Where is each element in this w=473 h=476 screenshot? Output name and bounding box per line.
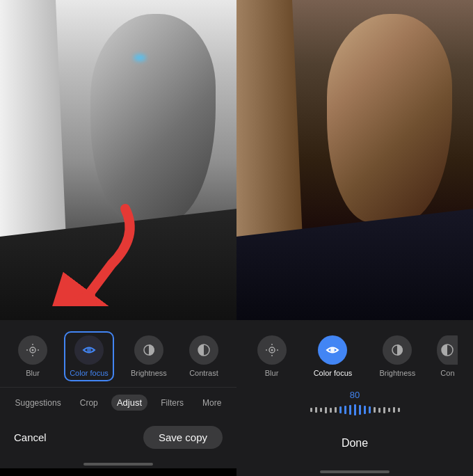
slider-dot-7 [339,406,342,413]
slider-dot-3 [320,408,322,412]
slider-dot-17 [388,408,390,412]
slider-dot-8 [344,406,346,414]
right-image-area [236,0,473,320]
right-color-focus-tool[interactable]: Color focus [308,331,358,381]
left-nav: Suggestions Crop Adjust Filters More [0,387,236,418]
right-panel: Blur Color focus Brightness Con 80 [236,0,473,476]
done-button[interactable]: Done [342,437,368,450]
right-brightness-icon [383,335,412,365]
left-bottom-bar: Cancel Save copy [0,418,236,457]
left-toolbar: Blur Color focus Brightness Contrast [0,320,236,387]
slider-dot-16 [383,407,385,413]
cancel-button[interactable]: Cancel [14,431,47,443]
right-blur-icon [257,335,287,365]
slider-dot-6 [335,407,337,413]
right-brightness-tool[interactable]: Brightness [374,331,421,381]
slider-dot-15 [378,408,380,413]
svg-marker-1 [73,287,97,306]
slider-value: 80 [350,390,360,400]
slider-dot-13 [369,406,371,413]
right-bottom-bar: Done [236,421,473,465]
color-focus-icon [74,335,104,365]
brightness-icon [134,335,163,365]
home-bar-right [320,470,390,473]
blue-eye-highlight [134,54,146,61]
nav-more[interactable]: More [197,395,227,411]
slider-dot-10 [354,404,356,415]
right-contrast-icon [437,335,458,365]
left-panel: Blur Color focus Brightness Contrast Sug… [0,0,236,476]
save-copy-button[interactable]: Save copy [143,426,223,449]
svg-point-3 [32,349,34,351]
slider-dot-14 [374,407,376,413]
slider-dot-9 [349,405,351,415]
blur-tool[interactable]: Blur [13,331,53,381]
slider-dot-2 [315,407,317,413]
nav-crop[interactable]: Crop [74,395,104,411]
slider-dot-19 [398,408,400,412]
svg-point-8 [87,348,91,352]
brightness-label: Brightness [131,369,167,377]
nav-filters[interactable]: Filters [155,395,189,411]
slider-dot-1 [310,408,312,412]
right-blur-tool[interactable]: Blur [252,331,292,381]
home-bar-left [83,463,153,466]
svg-point-17 [330,348,335,352]
slider-dots[interactable] [310,404,400,415]
color-focus-label: Color focus [70,369,109,377]
slider-dot-11 [359,405,361,415]
red-arrow [28,195,153,306]
right-toolbar: Blur Color focus Brightness Con [236,320,473,387]
contrast-icon [189,335,218,365]
nav-adjust[interactable]: Adjust [111,395,147,411]
contrast-tool[interactable]: Contrast [184,331,224,381]
home-indicator-right [236,465,473,476]
left-image-area [0,0,236,320]
slider-dot-12 [364,406,366,414]
slider-dot-4 [325,407,327,413]
right-blur-label: Blur [265,369,279,377]
svg-point-12 [271,349,273,351]
slider-dot-18 [393,407,395,413]
right-contrast-label: Con [440,369,454,377]
slider-section: 80 [236,387,473,421]
nav-suggestions[interactable]: Suggestions [10,395,67,411]
right-color-focus-icon [318,335,347,365]
right-brightness-label: Brightness [379,369,415,377]
color-focus-tool[interactable]: Color focus [64,331,114,381]
brightness-tool[interactable]: Brightness [125,331,173,381]
slider-dot-5 [330,408,332,413]
contrast-label: Contrast [189,369,218,377]
home-indicator-left [0,457,236,468]
blur-icon [18,335,47,365]
right-contrast-tool[interactable]: Con [437,331,458,381]
right-color-focus-label: Color focus [314,369,353,377]
blur-label: Blur [26,369,40,377]
